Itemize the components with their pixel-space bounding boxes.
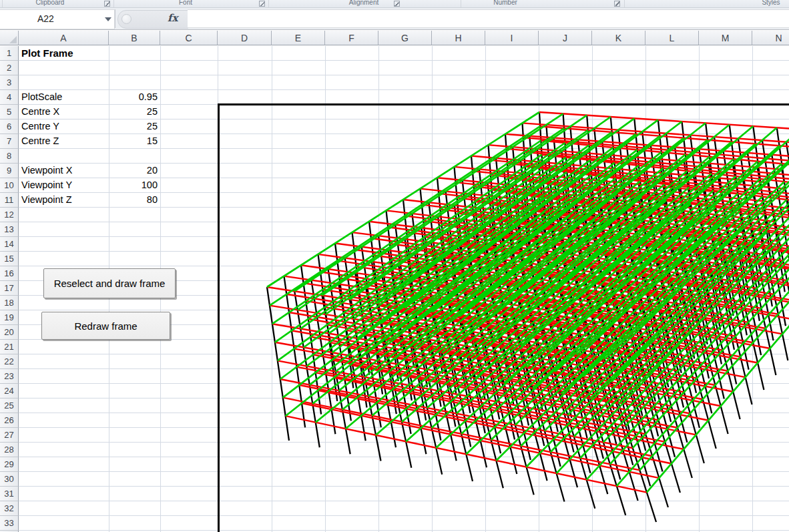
row-header-29[interactable]: 29 bbox=[0, 457, 19, 472]
formula-bar: A22 fx bbox=[0, 8, 789, 30]
name-box[interactable]: A22 bbox=[0, 9, 115, 29]
ribbon-group-divider bbox=[268, 0, 269, 7]
reselect-and-draw-frame-button[interactable]: Reselect and draw frame bbox=[43, 268, 176, 298]
insert-function-area: fx bbox=[117, 10, 188, 29]
ribbon-group-label-number: Number bbox=[493, 0, 517, 6]
cell-a9[interactable]: Viewpoint X bbox=[19, 164, 109, 178]
row-header-14[interactable]: 14 bbox=[0, 237, 19, 252]
dialog-launcher-icon[interactable] bbox=[394, 1, 400, 7]
frame-plot-chart[interactable] bbox=[218, 103, 789, 532]
row-header-3[interactable]: 3 bbox=[0, 75, 19, 90]
column-header-k[interactable]: K bbox=[592, 31, 645, 45]
cell-a7[interactable]: Centre Z bbox=[19, 134, 109, 149]
cell-a5[interactable]: Centre X bbox=[19, 105, 109, 119]
insert-function-icon[interactable]: fx bbox=[168, 12, 178, 24]
cell-b4[interactable]: 0.95 bbox=[109, 90, 160, 105]
row-header-11[interactable]: 11 bbox=[0, 193, 19, 208]
name-box-dropdown-icon[interactable] bbox=[105, 17, 111, 21]
row-header-18[interactable]: 18 bbox=[0, 296, 19, 310]
cell-a1[interactable]: Plot Frame bbox=[19, 46, 109, 61]
dialog-launcher-icon[interactable] bbox=[259, 1, 265, 7]
row-header-12[interactable]: 12 bbox=[0, 208, 19, 222]
select-all-corner[interactable] bbox=[0, 31, 19, 45]
dialog-launcher-icon[interactable] bbox=[104, 1, 110, 7]
column-header-j[interactable]: J bbox=[539, 31, 592, 45]
column-header-i[interactable]: I bbox=[485, 31, 539, 45]
row-header-5[interactable]: 5 bbox=[0, 105, 19, 119]
column-header-e[interactable]: E bbox=[272, 31, 325, 45]
formula-input[interactable] bbox=[188, 9, 789, 28]
column-header-l[interactable]: L bbox=[645, 31, 699, 45]
row-header-10[interactable]: 10 bbox=[0, 178, 19, 193]
column-header-m[interactable]: M bbox=[699, 31, 752, 45]
cell-a4[interactable]: PlotScale bbox=[19, 90, 109, 105]
dialog-launcher-icon[interactable] bbox=[614, 1, 620, 7]
select-all-triangle-icon bbox=[9, 36, 17, 43]
ribbon-group-label-alignment: Alignment bbox=[349, 0, 378, 6]
row-header-1[interactable]: 1 bbox=[0, 46, 19, 61]
cell-b7[interactable]: 15 bbox=[109, 134, 160, 149]
row-header-20[interactable]: 20 bbox=[0, 325, 19, 340]
excel-window: ClipboardFontAlignmentNumberStyles A22 f… bbox=[0, 0, 789, 532]
row-header-22[interactable]: 22 bbox=[0, 354, 19, 369]
ribbon-group-label-font: Font bbox=[179, 0, 192, 6]
gridline bbox=[19, 60, 789, 61]
column-header-f[interactable]: F bbox=[325, 31, 378, 45]
cell-b10[interactable]: 100 bbox=[109, 178, 160, 193]
row-header-8[interactable]: 8 bbox=[0, 149, 19, 164]
row-header-33[interactable]: 33 bbox=[0, 516, 19, 531]
row-header-13[interactable]: 13 bbox=[0, 222, 19, 237]
ribbon-group-divider bbox=[2, 0, 3, 7]
row-header-21[interactable]: 21 bbox=[0, 340, 19, 354]
cell-a6[interactable]: Centre Y bbox=[19, 119, 109, 134]
ribbon-group-divider bbox=[461, 0, 461, 7]
cell-b11[interactable]: 80 bbox=[109, 193, 160, 208]
row-header-9[interactable]: 9 bbox=[0, 164, 19, 178]
column-header-d[interactable]: D bbox=[218, 31, 272, 45]
gridline bbox=[19, 75, 789, 75]
ribbon-group-label-clipboard: Clipboard bbox=[36, 0, 65, 6]
column-header-a[interactable]: A bbox=[19, 31, 109, 45]
name-box-value: A22 bbox=[37, 13, 54, 24]
column-header-g[interactable]: G bbox=[378, 31, 432, 45]
ribbon-group-label-styles: Styles bbox=[762, 0, 780, 6]
cell-b5[interactable]: 25 bbox=[109, 105, 160, 119]
row-header-31[interactable]: 31 bbox=[0, 487, 19, 501]
row-header-27[interactable]: 27 bbox=[0, 428, 19, 443]
ribbon-group-divider bbox=[113, 0, 114, 7]
row-header-23[interactable]: 23 bbox=[0, 369, 19, 384]
column-header-h[interactable]: H bbox=[432, 31, 485, 45]
cell-b9[interactable]: 20 bbox=[109, 164, 160, 178]
ribbon-strip: ClipboardFontAlignmentNumberStyles bbox=[0, 0, 789, 8]
cell-b6[interactable]: 25 bbox=[109, 119, 160, 134]
row-header-28[interactable]: 28 bbox=[0, 443, 19, 457]
redraw-frame-button[interactable]: Redraw frame bbox=[41, 312, 170, 340]
cell-a11[interactable]: Viewpoint Z bbox=[19, 193, 109, 208]
row-header-2[interactable]: 2 bbox=[0, 61, 19, 75]
row-header-32[interactable]: 32 bbox=[0, 501, 19, 516]
row-header-6[interactable]: 6 bbox=[0, 119, 19, 134]
row-header-25[interactable]: 25 bbox=[0, 398, 19, 413]
row-header-30[interactable]: 30 bbox=[0, 472, 19, 487]
row-header-17[interactable]: 17 bbox=[0, 281, 19, 296]
row-header-7[interactable]: 7 bbox=[0, 134, 19, 149]
cell-a10[interactable]: Viewpoint Y bbox=[19, 178, 109, 193]
name-box-divider bbox=[115, 9, 115, 28]
row-header-15[interactable]: 15 bbox=[0, 252, 19, 266]
column-header-b[interactable]: B bbox=[109, 31, 160, 45]
row-header-26[interactable]: 26 bbox=[0, 413, 19, 428]
column-header-c[interactable]: C bbox=[160, 31, 218, 45]
row-header-4[interactable]: 4 bbox=[0, 90, 19, 105]
formula-buttons-collapsed-icon bbox=[121, 14, 132, 24]
row-header-19[interactable]: 19 bbox=[0, 310, 19, 325]
column-header-n[interactable]: N bbox=[752, 31, 789, 45]
ribbon-group-divider bbox=[624, 0, 625, 7]
row-header-24[interactable]: 24 bbox=[0, 384, 19, 398]
row-header-16[interactable]: 16 bbox=[0, 266, 19, 281]
